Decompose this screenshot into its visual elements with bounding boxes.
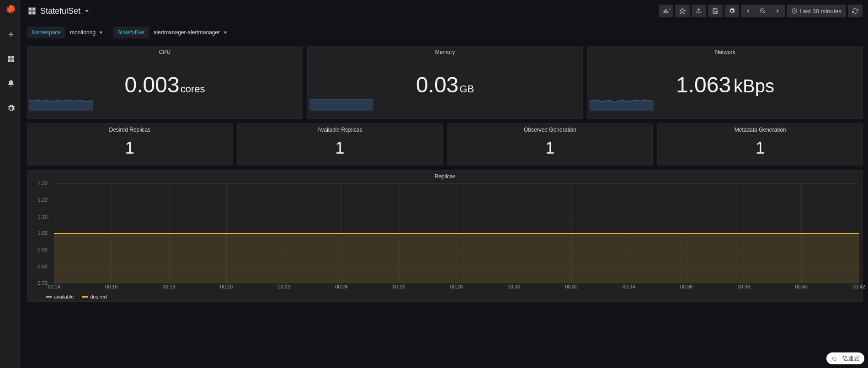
svg-rect-12 [667,11,668,13]
plot-area [54,183,859,283]
share-icon [696,8,702,14]
svg-rect-8 [29,11,32,15]
panel-title: CPU [27,46,302,57]
legend-item-available[interactable]: available [46,294,74,299]
y-axis: 1.301.201.101.000.900.800.70 [30,183,54,283]
dashboard-title: StatefulSet [40,6,80,16]
variable-label: StatefulSet [113,27,149,38]
dashboards-icon [27,6,37,16]
refresh-button[interactable] [848,5,863,17]
template-variables: Namespace monitoring StatefulSet alertma… [27,27,232,38]
variable-value-statefulset[interactable]: alertmanager-alertmanager [149,27,232,38]
sidebar [0,0,22,368]
topbar: StatefulSet + [22,0,868,22]
chevron-left-icon [746,8,751,14]
panel-title: Metadata Generation [658,124,863,135]
variable-statefulset: StatefulSet alertmanager-alertmanager [113,27,232,38]
chevron-down-icon [85,10,89,12]
star-icon [679,8,686,14]
sparkline [590,91,654,111]
panel-network[interactable]: Network 1.063 kBps [587,46,863,119]
svg-rect-7 [32,8,36,11]
save-button[interactable] [708,5,723,17]
grafana-logo[interactable] [5,4,17,18]
svg-rect-4 [8,59,11,62]
svg-rect-5 [11,59,14,62]
stat-value: 1 [27,139,232,158]
svg-rect-6 [29,8,32,11]
svg-rect-10 [664,11,665,13]
panel-desired-replicas[interactable]: Desired Replicas 1 [27,123,233,165]
watermark: 亿速云 [826,352,864,364]
chevron-down-icon [224,32,227,34]
zoom-out-icon [760,8,766,14]
svg-line-15 [764,12,766,14]
time-range-picker[interactable]: Last 30 minutes [787,5,846,17]
share-button[interactable] [692,5,706,17]
chevron-right-icon [775,8,780,14]
panel-metadata-generation[interactable]: Metadata Generation 1 [657,123,863,165]
panel-title: Replicas [27,171,863,181]
plus-badge-icon: + [668,6,671,11]
settings-icon[interactable] [0,100,22,117]
legend: available desired [27,292,863,301]
stat-value: 1 [238,139,442,158]
clock-icon [791,8,798,14]
dashboards-icon[interactable] [0,51,22,67]
legend-item-desired[interactable]: desired [82,294,107,299]
sparkline [29,91,93,111]
gear-icon [729,8,735,14]
time-forward-button[interactable] [770,5,785,17]
panel-observed-generation[interactable]: Observed Generation 1 [447,123,653,165]
save-icon [712,8,719,14]
create-icon[interactable] [0,26,22,43]
star-button[interactable] [675,5,690,17]
time-back-button[interactable] [741,5,756,17]
sparkline [309,91,373,111]
stat-value: 1 [448,139,653,158]
variable-namespace: Namespace monitoring [27,27,107,38]
panel-title: Memory [308,46,582,57]
panel-replicas-graph[interactable]: Replicas 1.301.201.101.000.900.800.70 00… [27,170,863,302]
panel-title: Network [588,46,863,57]
dashboard-grid: CPU 0.003 cores Memory 0.03 GB [22,46,868,368]
svg-marker-13 [680,8,685,14]
panel-title: Observed Generation [448,124,653,135]
panel-memory[interactable]: Memory 0.03 GB [307,46,583,119]
chevron-down-icon [99,32,103,34]
panel-cpu[interactable]: CPU 0.003 cores [27,46,303,119]
panel-available-replicas[interactable]: Available Replicas 1 [237,123,443,165]
zoom-out-button[interactable] [756,5,770,17]
add-panel-button[interactable]: + [659,5,673,17]
svg-rect-2 [8,56,11,59]
stat-value-memory: 0.03 GB [416,72,474,97]
panel-title: Desired Replicas [27,124,232,135]
legend-swatch [82,296,88,298]
dashboard-picker[interactable]: StatefulSet [27,6,89,16]
cloud-icon [831,355,840,362]
refresh-icon [852,8,858,14]
stat-value-network: 1.063 kBps [676,72,774,97]
svg-rect-9 [32,11,36,15]
stat-value-cpu: 0.003 cores [125,72,205,97]
x-axis: 00:1400:1600:1800:2000:2200:2400:2600:28… [54,284,859,291]
graph-area: 1.301.201.101.000.900.800.70 00:1400:160… [27,181,863,292]
svg-rect-11 [666,9,666,13]
time-range-label: Last 30 minutes [799,8,841,15]
stat-value: 1 [658,139,863,158]
svg-rect-3 [11,56,14,59]
legend-swatch [46,296,52,298]
variable-label: Namespace [27,27,65,38]
panel-title: Available Replicas [238,124,442,135]
variable-value-namespace[interactable]: monitoring [65,27,107,38]
alerting-icon[interactable] [0,75,22,92]
settings-button[interactable] [724,5,739,17]
